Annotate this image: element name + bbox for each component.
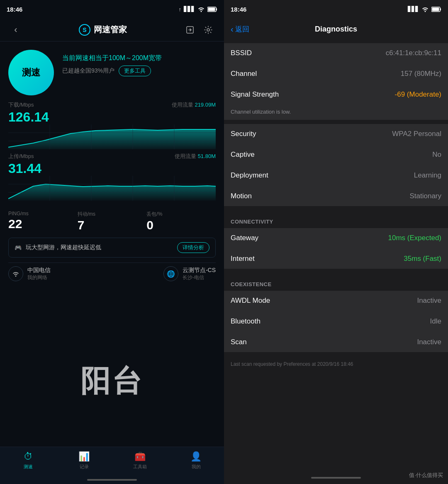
chart-section: 下载/Mbps 使用流量 219.09M 126.14: [0, 95, 224, 204]
left-signal-icon: ▋▋▋: [184, 6, 195, 12]
upload-usage: 使用流量 51.80M: [175, 153, 216, 160]
captive-row: Captive No: [224, 145, 448, 165]
network-wifi-icon: [8, 266, 23, 281]
nav-tools[interactable]: 🧰 工具箱: [112, 451, 168, 470]
loss-metric: 丢包/% 0: [146, 211, 216, 233]
isp-name: 中国电信: [27, 266, 51, 274]
site-watermark: 值·什么值得买: [409, 472, 443, 479]
node-sub: 长沙-电信: [183, 274, 216, 281]
svg-rect-18: [440, 8, 441, 10]
nav-speed[interactable]: ⏱ 测速: [0, 451, 56, 470]
speed-info: 当前网速相当于100M～200M宽带 已超越全国93%用户 更多工具: [62, 50, 216, 76]
left-panel: 18:46 ↑ ▋▋▋ ‹ S 网速管家: [0, 0, 224, 484]
back-button[interactable]: ‹: [8, 22, 23, 37]
speed-test-button[interactable]: 测速: [8, 50, 54, 95]
nav-tools-icon: 🧰: [134, 451, 146, 462]
signal-row: Signal Strength -69 (Moderate): [224, 85, 448, 105]
upload-label: 上传/Mbps: [8, 153, 34, 160]
connectivity-header: CONNECTIVITY: [224, 210, 448, 228]
download-value: 126.14: [8, 110, 216, 124]
download-label: 下载/Mbps: [8, 101, 34, 109]
connectivity-group: Gateway 10ms (Expected) Internet 35ms (F…: [224, 228, 448, 269]
jitter-metric: 抖动/ms 7: [78, 211, 147, 233]
coexistence-header: COEXISTENCE: [224, 273, 448, 291]
node-icon: 🌐: [163, 266, 178, 281]
bottom-nav: ⏱ 测速 📊 记录 🧰 工具箱 👤 我的: [0, 447, 224, 484]
right-wifi-icon: [421, 6, 429, 12]
right-time: 18:46: [231, 6, 246, 13]
internet-row: Internet 35ms (Fast): [224, 249, 448, 269]
watermark: 阳台: [80, 361, 144, 401]
share-button[interactable]: [183, 22, 197, 37]
nav-profile-label: 我的: [192, 464, 201, 470]
bottom-note: Last scan requested by Preferences at 20…: [224, 356, 448, 372]
deployment-row: Deployment Learning: [224, 165, 448, 186]
app-name: 网速管家: [94, 24, 127, 35]
home-indicator-left: [87, 479, 137, 481]
game-hint: 🎮 玩大型网游，网速超快延迟低 详情分析: [8, 238, 216, 258]
upload-chart: [8, 176, 216, 201]
detail-button[interactable]: 详情分析: [177, 242, 209, 253]
nav-records[interactable]: 📊 记录: [56, 451, 112, 470]
more-tools-button[interactable]: 更多工具: [119, 66, 151, 76]
page-title: Diagnostics: [315, 25, 357, 34]
right-panel: 18:46 ▋▋▋ ‹ 返回 Diagnostics BSSID c6:41: [224, 0, 448, 484]
nav-records-label: 记录: [80, 464, 89, 470]
speed-subtext: 已超越全国93%用户 更多工具: [62, 66, 216, 76]
channel-row: Channel 157 (80MHz): [224, 64, 448, 84]
game-icon: 🎮: [15, 244, 22, 251]
bluetooth-row: Bluetooth Idle: [224, 311, 448, 332]
left-time: 18:46: [7, 6, 22, 13]
diagnostics-content: BSSID c6:41:1e:cb:9c:11 Channel 157 (80M…: [224, 40, 448, 472]
nav-tools-label: 工具箱: [133, 464, 147, 470]
left-location-icon: ↑: [179, 6, 182, 12]
svg-rect-2: [208, 7, 215, 11]
left-status-bar: 18:46 ↑ ▋▋▋: [0, 0, 224, 18]
ping-metric: PING/ms 22: [8, 211, 78, 233]
nav-records-icon: 📊: [78, 451, 90, 462]
svg-rect-19: [432, 7, 439, 11]
game-text: 玩大型网游，网速超快延迟低: [26, 244, 101, 251]
svg-rect-1: [216, 8, 217, 10]
download-usage: 使用流量 219.09M: [172, 101, 216, 109]
right-status-bar: 18:46 ▋▋▋: [224, 0, 448, 18]
download-chart: [8, 124, 216, 149]
wifi-info-group: BSSID c6:41:1e:cb:9c:11 Channel 157 (80M…: [224, 40, 448, 120]
upload-value: 31.44: [8, 162, 216, 175]
bssid-row: BSSID c6:41:1e:cb:9c:11: [224, 43, 448, 63]
nav-profile[interactable]: 👤 我的: [168, 451, 224, 470]
left-wifi-icon: [197, 6, 205, 12]
left-header: ‹ S 网速管家: [0, 18, 224, 41]
nav-speed-icon: ⏱: [24, 451, 33, 462]
gateway-row: Gateway 10ms (Expected): [224, 228, 448, 248]
back-chevron: ‹: [231, 24, 234, 34]
right-header: ‹ 返回 Diagnostics: [224, 18, 448, 40]
back-button[interactable]: ‹ 返回: [231, 24, 249, 34]
awdl-row: AWDL Mode Inactive: [224, 291, 448, 311]
home-indicator-bar: [311, 477, 361, 479]
back-label: 返回: [235, 24, 249, 34]
settings-button[interactable]: [201, 22, 216, 37]
svg-point-4: [207, 29, 209, 31]
channel-note: Channel utilization is low.: [224, 105, 448, 120]
nav-profile-icon: 👤: [190, 451, 202, 462]
security-row: Security WPA2 Personal: [224, 124, 448, 144]
isp-sub: 我的网络: [27, 274, 51, 281]
download-row: 下载/Mbps 使用流量 219.09M 126.14: [8, 101, 216, 149]
right-battery-icon: [431, 7, 441, 12]
speed-area: 测速 当前网速相当于100M～200M宽带 已超越全国93%用户 更多工具: [0, 41, 224, 95]
security-group: Security WPA2 Personal Captive No Deploy…: [224, 121, 448, 206]
nav-speed-label: 测速: [24, 464, 33, 470]
motion-row: Motion Stationary: [224, 186, 448, 206]
app-logo-icon: S: [79, 24, 90, 36]
network-row: 中国电信 我的网络 🌐 云测节点-CS 长沙-电信: [8, 263, 216, 285]
speed-description: 当前网速相当于100M～200M宽带: [62, 53, 216, 63]
right-signal-icon: ▋▋▋: [408, 6, 419, 12]
scan-row: Scan Inactive: [224, 332, 448, 352]
left-battery-icon: [207, 7, 217, 12]
upload-row: 上传/Mbps 使用流量 51.80M 31.44: [8, 153, 216, 201]
node-name: 云测节点-CS: [183, 266, 216, 274]
coexistence-group: AWDL Mode Inactive Bluetooth Idle Scan I…: [224, 291, 448, 352]
metrics-row: PING/ms 22 抖动/ms 7 丢包/% 0: [0, 204, 224, 238]
